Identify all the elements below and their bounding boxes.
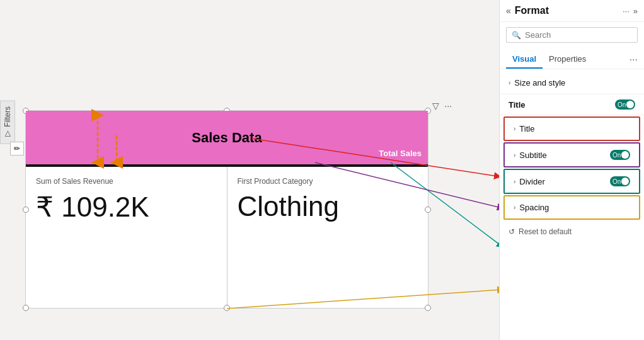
filter-toolbar-icon[interactable]: ▽: [432, 101, 439, 111]
subtitle-toggle[interactable]: On: [610, 150, 630, 160]
spacing-chevron-icon: ›: [514, 204, 515, 211]
reset-icon: ↺: [509, 227, 515, 236]
section-size-style-left: › Size and style: [509, 78, 565, 88]
divider-toggle[interactable]: On: [610, 176, 630, 186]
handle-mr[interactable]: [425, 207, 431, 213]
card-body: Sum of Sales Revenue ₹ 109.2K First Prod…: [26, 167, 428, 308]
handle-ml[interactable]: [23, 207, 29, 213]
search-box[interactable]: 🔍: [506, 27, 638, 43]
card-col-2: First Product Category Clothing: [227, 167, 428, 308]
tabs-row: Visual Properties ···: [500, 48, 644, 69]
section-subtitle-left: › Subtitle: [514, 150, 547, 160]
section-spacing[interactable]: › Spacing: [503, 195, 640, 220]
title-toggle-label: Title: [509, 100, 526, 110]
section-divider-label: Divider: [519, 177, 544, 186]
col1-label: Sum of Sales Revenue: [36, 177, 217, 186]
reset-row[interactable]: ↺ Reset to default: [500, 221, 644, 242]
divider-chevron-icon: ›: [514, 178, 515, 185]
filters-label: Filters: [3, 106, 12, 127]
handle-bm[interactable]: [224, 305, 230, 311]
subtitle-toggle-knob: [621, 151, 629, 159]
card-subtitle: Total Sales: [379, 149, 422, 158]
right-panel: « Format ··· » 🔍 Visual Properties ··· ›…: [499, 0, 644, 340]
title-toggle[interactable]: On: [615, 99, 635, 110]
tab-dots[interactable]: ···: [630, 54, 638, 65]
section-divider-left: › Divider: [514, 177, 545, 186]
divider-toggle-knob: [621, 178, 629, 185]
card-title: Sales Data: [192, 130, 262, 146]
expand-icon[interactable]: »: [633, 6, 638, 16]
section-spacing-label: Spacing: [519, 203, 549, 212]
format-header-actions: ··· »: [623, 6, 638, 16]
format-title: Format: [515, 5, 549, 16]
visual-toolbar: ▽ ···: [432, 101, 452, 111]
tab-visual[interactable]: Visual: [506, 50, 543, 69]
section-subtitle[interactable]: › Subtitle On: [503, 142, 640, 167]
search-input[interactable]: [525, 30, 632, 40]
ellipsis-icon[interactable]: ···: [623, 6, 630, 16]
handle-br[interactable]: [425, 305, 431, 311]
title-toggle-row: Title On: [500, 94, 644, 115]
section-title[interactable]: › Title: [503, 116, 640, 141]
main-canvas: ▽ Filters ✏ ▽ ··· Sales Data Total Sales…: [0, 0, 499, 340]
chevron-right-icon: ›: [509, 79, 510, 86]
section-divider[interactable]: › Divider On: [503, 169, 640, 194]
section-size-style-label: Size and style: [514, 78, 565, 88]
title-chevron-icon: ›: [514, 125, 515, 132]
filters-tab[interactable]: ▽ Filters: [0, 101, 15, 144]
subtitle-chevron-icon: ›: [514, 152, 515, 159]
tab-properties[interactable]: Properties: [543, 50, 592, 69]
edit-icon[interactable]: ✏: [10, 142, 24, 156]
back-icon[interactable]: «: [506, 6, 511, 16]
reset-label: Reset to default: [519, 227, 572, 236]
filter-icon: ▽: [3, 130, 12, 139]
toggle-knob: [626, 101, 634, 108]
section-spacing-left: › Spacing: [514, 203, 549, 212]
card-header: Sales Data Total Sales: [26, 111, 428, 164]
more-options-icon[interactable]: ···: [444, 101, 452, 111]
card-col-1: Sum of Sales Revenue ₹ 109.2K: [26, 167, 227, 308]
format-header: « Format ··· »: [500, 0, 644, 22]
col1-value: ₹ 109.2K: [36, 191, 217, 223]
section-title-left: › Title: [514, 124, 534, 133]
panel-sections: › Size and style Title On › Title › Subt…: [500, 69, 644, 340]
col2-value: Clothing: [238, 191, 418, 222]
handle-bl[interactable]: [23, 305, 29, 311]
col2-label: First Product Category: [238, 177, 418, 186]
section-title-label: Title: [519, 124, 534, 133]
visual-card: Sales Data Total Sales Sum of Sales Reve…: [25, 110, 428, 309]
search-icon: 🔍: [512, 31, 521, 40]
section-size-style[interactable]: › Size and style: [500, 72, 644, 94]
section-subtitle-label: Subtitle: [519, 150, 546, 160]
